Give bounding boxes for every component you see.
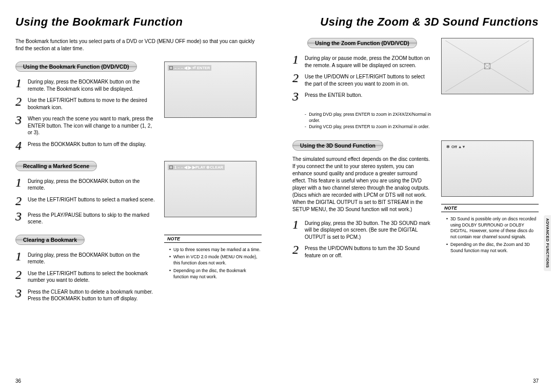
heading-pill: Using the Bookmark Function (DVD/VCD) [15, 61, 137, 72]
subnote-item: During DVD play, press ENTER to zoom in … [305, 112, 432, 124]
page-title-left: Using the Bookmark Function [15, 15, 262, 29]
step-number: 2 [292, 243, 305, 256]
step-text: During play, press the BOOKMARK button o… [28, 250, 155, 265]
step-number: 1 [292, 218, 305, 231]
step-number: 1 [15, 250, 28, 262]
note-list: 3D Sound is possible only on discs recor… [441, 216, 539, 259]
bookmark-icon [169, 66, 173, 70]
osd-label: ✻ Off ▲▼ [445, 144, 467, 150]
step-number: 4 [15, 139, 28, 152]
osd-label: – – – ◀ ▶ ⏎ ENTER [168, 65, 211, 71]
zoom-screenshot [441, 38, 533, 94]
step-number: 2 [15, 269, 28, 281]
step-number: 3 [292, 90, 305, 102]
section-bookmark: Using the Bookmark Function (DVD/VCD) 1D… [15, 61, 262, 161]
step-number: 2 [15, 195, 28, 207]
osd-text: – – – ◀ ▶ ⏎ ENTER [174, 66, 210, 70]
heading-pill: Using the Zoom Function (DVD/VCD) [307, 38, 417, 48]
manual-spread: Using the Bookmark Function The Bookmark… [0, 0, 554, 392]
step-text: Press the UP/DOWN buttons to turn the 3D… [305, 243, 432, 259]
step-number: 1 [292, 53, 305, 66]
page-right: Using the Zoom & 3D Sound Functions Usin… [277, 0, 554, 392]
step-number: 3 [15, 114, 28, 126]
note-item: Depending on the disc, the Bookmark func… [169, 268, 262, 280]
section-recall: Recalling a Marked Scene 1During play, p… [15, 161, 262, 235]
step-number: 3 [15, 287, 28, 299]
section-clear: Clearing a Bookmark 1During play, press … [15, 235, 262, 312]
step-text: During play or pause mode, press the ZOO… [305, 53, 432, 69]
step-number: 1 [15, 77, 28, 89]
sound-icon: ✻ [446, 145, 450, 149]
step-text: Use the LEFT/RIGHT buttons to select the… [28, 269, 155, 284]
zoom-diagonal-icon [444, 40, 531, 92]
section-zoom: Using the Zoom Function (DVD/VCD) 1Durin… [292, 38, 539, 130]
osd-text: Off ▲▼ [451, 145, 466, 149]
note-item: 3D Sound is possible only on discs recor… [446, 216, 539, 241]
osd-screenshot: 1 – – ◀ ▶ ▶PLAY ⊗CLEAR [164, 161, 256, 217]
heading-pill: Recalling a Marked Scene [15, 161, 97, 171]
step-text: Press the BOOKMARK button to turn off th… [28, 139, 146, 148]
step-text: Press the CLEAR button to delete a bookm… [28, 287, 155, 302]
section-3dsound: Using the 3D Sound Function The simulate… [292, 140, 539, 269]
page-left: Using the Bookmark Function The Bookmark… [0, 0, 277, 392]
step-text: During play, press the 3D button. The 3D… [305, 218, 432, 241]
subnote-item: During VCD play, press ENTER to zoom in … [305, 124, 432, 130]
page-number: 36 [15, 378, 21, 384]
3d-screenshot: ✻ Off ▲▼ [441, 140, 533, 197]
heading-pill: Using the 3D Sound Function [292, 140, 383, 151]
note-item: Depending on the disc, the Zoom and 3D S… [446, 242, 539, 254]
step-text: During play, press the BOOKMARK button o… [28, 176, 155, 192]
note-list: Up to three scenes may be marked at a ti… [164, 247, 262, 285]
step-text: During play, press the BOOKMARK button o… [28, 77, 155, 92]
zoom-subnotes: During DVD play, press ENTER to zoom in … [292, 112, 432, 130]
step-text: Press the PLAY/PAUSE buttons to skip to … [28, 210, 155, 225]
note-item: Up to three scenes may be marked at a ti… [169, 247, 262, 253]
step-number: 2 [292, 72, 305, 84]
note-box: NOTE [441, 204, 539, 212]
step-number: 3 [15, 210, 28, 222]
step-text: Press the ENTER button. [305, 90, 362, 99]
note-box: NOTE [164, 235, 262, 243]
step-number: 2 [15, 95, 28, 108]
osd-text: 1 – – ◀ ▶ ▶PLAY ⊗CLEAR [174, 165, 223, 170]
step-text: When you reach the scene you want to mar… [28, 114, 155, 136]
osd-screenshot: – – – ◀ ▶ ⏎ ENTER [164, 61, 256, 118]
note-title: NOTE [441, 204, 539, 212]
note-title: NOTE [164, 235, 262, 242]
step-number: 1 [15, 176, 28, 189]
intro-text: The Bookmark function lets you select pa… [15, 38, 262, 52]
page-title-right: Using the Zoom & 3D Sound Functions [292, 15, 539, 29]
osd-label: 1 – – ◀ ▶ ▶PLAY ⊗CLEAR [168, 164, 225, 170]
heading-pill: Clearing a Bookmark [15, 235, 85, 245]
side-tab-advanced: ADVANCED FUNCTIONS [544, 215, 551, 271]
note-item: When in VCD 2.0 mode (MENU ON mode), thi… [169, 254, 262, 266]
step-text: Use the LEFT/RIGHT buttons to move to th… [28, 95, 155, 111]
bookmark-icon [169, 166, 173, 169]
step-text: Use the UP/DOWN or LEFT/RIGHT buttons to… [305, 72, 432, 87]
page-number: 37 [533, 378, 539, 384]
step-text: Use the LEFT/RIGHT buttons to select a m… [28, 195, 155, 203]
3d-intro: The simulated surround effect depends on… [292, 156, 432, 213]
